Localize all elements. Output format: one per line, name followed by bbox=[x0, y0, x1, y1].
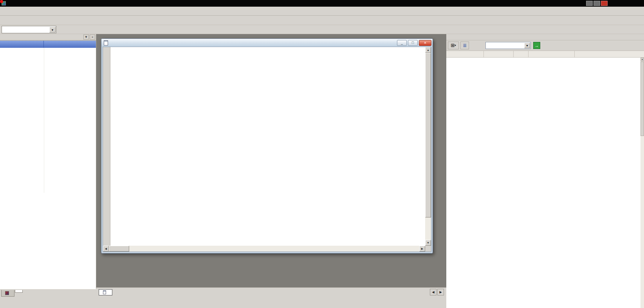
column-header-value[interactable] bbox=[44, 41, 49, 48]
close-button[interactable] bbox=[601, 1, 608, 6]
processor-panel: ▼ × bbox=[0, 34, 96, 289]
io-table-header bbox=[446, 51, 644, 58]
io-rows bbox=[446, 58, 640, 308]
editor-body: ▲ ▼ ◀ ▶ bbox=[103, 47, 431, 252]
editor-title-bar[interactable]: _ □ × bbox=[101, 39, 433, 47]
io-scroll-thumb[interactable] bbox=[640, 62, 644, 136]
scroll-down-icon[interactable]: ▼ bbox=[425, 240, 431, 246]
scroll-left-icon[interactable]: ◀ bbox=[103, 246, 109, 252]
horizontal-scroll-thumb[interactable] bbox=[109, 246, 129, 252]
trace-toolbar: ▼ bbox=[0, 25, 644, 34]
io-vertical-scrollbar[interactable]: ▲ bbox=[640, 58, 644, 308]
document-icon bbox=[104, 40, 108, 45]
chevron-down-icon[interactable]: ▼ bbox=[49, 27, 56, 33]
editor-vertical-scrollbar[interactable]: ▲ ▼ bbox=[425, 47, 431, 246]
processor-panel-header: ▼ × bbox=[0, 34, 96, 40]
editor-close-button[interactable]: × bbox=[419, 40, 431, 46]
document-tab[interactable] bbox=[99, 289, 112, 295]
io-view-header bbox=[446, 34, 644, 40]
chevron-down-icon: ▾ bbox=[455, 44, 456, 47]
select-device-button[interactable]: ⊞▾ bbox=[448, 42, 459, 49]
mdi-area: _ □ × ▲ ▼ ◀ ▶ bbox=[96, 34, 446, 297]
io-view-toolbar: ⊞▾ ≣ ▼ → bbox=[446, 40, 644, 51]
io-register-table: ▲ bbox=[446, 51, 644, 308]
close-icon[interactable]: × bbox=[90, 34, 95, 40]
chevron-down-icon[interactable]: ▼ bbox=[524, 43, 530, 48]
tab-avr-gcc[interactable] bbox=[1, 290, 14, 297]
vertical-scroll-thumb[interactable] bbox=[425, 53, 431, 217]
editor-minimize-button[interactable]: _ bbox=[397, 40, 407, 46]
output-tab-bar bbox=[0, 289, 96, 299]
trace-mode-combo[interactable]: ▼ bbox=[2, 26, 56, 33]
column-header-module[interactable] bbox=[575, 51, 644, 57]
minimize-button[interactable] bbox=[586, 1, 593, 6]
column-header-name[interactable] bbox=[446, 51, 484, 57]
list-view-icon: ≣ bbox=[463, 43, 467, 48]
processor-register-table bbox=[0, 40, 96, 289]
column-header-bits[interactable] bbox=[529, 51, 575, 57]
editor-gutter[interactable] bbox=[103, 47, 110, 246]
main-toolbar bbox=[0, 16, 644, 25]
title-bar bbox=[0, 0, 644, 7]
column-header-value[interactable] bbox=[514, 51, 529, 57]
chevron-down-icon[interactable]: ▼ bbox=[83, 34, 89, 40]
code-area[interactable] bbox=[111, 47, 425, 246]
document-tab-bar: ◀ ▶ bbox=[96, 287, 446, 297]
editor-restore-button[interactable]: □ bbox=[408, 40, 418, 46]
app-icon bbox=[2, 1, 6, 5]
view-mode-button[interactable]: ≣ bbox=[460, 42, 469, 49]
maximize-button[interactable] bbox=[593, 1, 600, 6]
scrollbar-corner bbox=[425, 246, 431, 252]
column-header-address[interactable] bbox=[484, 51, 514, 57]
column-header-name[interactable] bbox=[0, 41, 44, 48]
io-view-panel: ⊞▾ ≣ ▼ → ▲ bbox=[446, 34, 644, 308]
refresh-button[interactable]: → bbox=[533, 42, 540, 49]
scroll-up-icon[interactable]: ▲ bbox=[425, 47, 431, 53]
avr-studio-window: ▼ ▼ × _ □ × bbox=[0, 0, 644, 308]
tab-scroll-buttons: ◀ ▶ bbox=[430, 289, 444, 295]
chip-icon: ⊞ bbox=[451, 43, 455, 48]
avr-gcc-icon bbox=[5, 291, 9, 295]
io-filter-combo[interactable]: ▼ bbox=[485, 42, 531, 49]
processor-table-header bbox=[0, 41, 96, 48]
tab-processor[interactable] bbox=[15, 290, 23, 293]
menu-bar bbox=[0, 7, 644, 16]
tab-scroll-left-icon[interactable]: ◀ bbox=[430, 289, 437, 295]
editor-horizontal-scrollbar[interactable]: ◀ ▶ bbox=[103, 246, 425, 252]
scroll-right-icon[interactable]: ▶ bbox=[419, 246, 425, 252]
document-icon bbox=[103, 290, 106, 294]
scroll-up-icon[interactable]: ▲ bbox=[640, 58, 644, 61]
editor-window: _ □ × ▲ ▼ ◀ ▶ bbox=[101, 38, 433, 254]
tab-scroll-right-icon[interactable]: ▶ bbox=[437, 289, 444, 295]
